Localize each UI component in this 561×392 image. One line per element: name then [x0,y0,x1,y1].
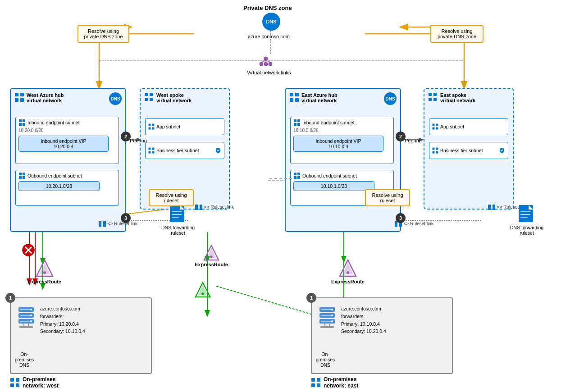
private-dns-zone-label: Private DNS zone [243,5,292,11]
west-outbound-ip: 10.20.1.0/28 [18,181,100,191]
svg-point-103 [201,292,204,295]
svg-rect-135 [311,378,315,382]
svg-rect-39 [152,148,155,150]
svg-rect-121 [10,383,14,387]
svg-rect-32 [145,98,148,101]
svg-rect-72 [99,224,101,227]
onprem-west-dns-label: On-premisesDNS [13,351,36,368]
svg-rect-64 [433,151,435,154]
east-expressroute: ExpressRoute [331,259,365,284]
svg-rect-34 [149,124,151,126]
east-inbound-vip: Inbound endpoint VIP10.10.0.4 [293,136,383,152]
svg-rect-63 [436,148,438,150]
onprem-west-server-icon [18,307,35,330]
svg-rect-65 [436,151,438,154]
east-spoke-app-label: App subnet [440,124,464,129]
svg-rect-40 [149,151,151,154]
east-spoke-app-subnet: App subnet [429,118,508,135]
svg-rect-20 [15,98,18,102]
east-hub-vnet-icon [289,92,299,103]
east-hub-dns-badge: DNS [384,92,397,105]
svg-rect-25 [23,123,25,126]
svg-rect-85 [395,224,397,227]
svg-point-12 [260,62,263,66]
vnet-links-label: Virtual network links [247,70,291,75]
east-resolve-ruleset: Resolve usingruleset [365,189,410,206]
west-spoke-biz-label: Business tier subnet [156,148,199,153]
svg-point-115 [30,320,32,322]
east-spoke-biz-subnet: Business tier subnet [429,142,508,159]
svg-rect-43 [295,93,299,96]
svg-point-125 [331,309,333,310]
east-hub-badge-3: 3 [396,213,406,223]
east-hub-badge-2: 2 [396,132,406,141]
svg-rect-46 [294,119,296,122]
east-outbound-ip: 10.10.1.0/28 [293,181,374,191]
resolve-private-right: Resolve usingprivate DNS zone [430,25,483,43]
svg-rect-38 [149,148,151,150]
svg-rect-33 [150,98,153,101]
svg-rect-27 [23,173,25,175]
onprem-west-box: 1 azure.contoso.comforwarders:Primary: 1… [10,297,152,374]
svg-rect-35 [152,124,155,126]
svg-rect-66 [195,205,198,207]
svg-rect-61 [436,128,438,130]
west-inbound-vip: Inbound endpoint VIP10.20.0.4 [18,136,109,152]
west-outbound-subnet-label: Oubound endpoint subnet [27,173,82,178]
east-inbound-subnet-label: Inbound endpoint subnet [302,120,355,125]
onprem-east-server-icon [319,307,336,330]
svg-point-11 [264,57,268,60]
onprem-east-title: On-premisesnetwork: east [311,376,358,389]
svg-rect-82 [493,207,495,210]
svg-rect-136 [317,378,320,382]
svg-line-17 [266,60,270,62]
onprem-east-box: 1 azure.contoso.comforwarders:Primary: 1… [311,297,453,374]
svg-rect-76 [172,211,182,212]
west-hub-badge-2: 2 [121,132,131,141]
svg-rect-60 [433,128,435,130]
svg-rect-56 [429,98,432,101]
svg-rect-58 [433,124,435,126]
east-hub-inbound-subnet: Inbound endpoint subnet 10.10.0.0/28 Inb… [290,117,394,164]
west-ruleset-link-hub: <> Ruleset link [98,221,137,227]
west-spoke-vnet-icon [144,92,153,102]
svg-rect-80 [493,205,495,207]
svg-point-13 [264,62,268,66]
svg-rect-69 [200,207,202,210]
svg-rect-18 [15,93,18,96]
svg-rect-89 [520,211,530,212]
east-outbound-subnet-label: Oubound endpoint subnet [302,173,357,178]
east-dns-forwarding: DNS forwardingruleset [510,205,543,236]
east-peering-label: Peering [405,138,422,143]
west-ruleset-link-spoke: <> Ruleset link [195,204,234,210]
svg-rect-45 [295,98,299,102]
svg-rect-120 [16,378,19,382]
svg-point-14 [269,62,272,66]
west-spoke-app-subnet: App subnet [145,118,224,135]
svg-rect-50 [294,173,296,175]
east-hub-vnet: East Azure hubvirtual network DNS 2 Inbo… [285,88,401,232]
svg-point-94 [43,271,46,274]
svg-point-112 [30,315,32,316]
east-dns-forwarding-label: DNS forwardingruleset [510,225,543,236]
svg-rect-31 [150,93,153,96]
svg-rect-41 [152,151,155,154]
svg-rect-73 [103,224,106,227]
resolve-private-left: Resolve usingprivate DNS zone [78,25,129,43]
west-hub-inbound-subnet: Inbound endpoint subnet 10.20.0.0/28 Inb… [15,117,119,164]
svg-rect-44 [290,98,293,102]
west-hub-badge-3: 3 [121,213,131,223]
east-inbound-ip: 10.10.0.0/28 [293,128,391,133]
west-resolve-ruleset: Resolve usingruleset [149,189,194,206]
west-inbound-subnet-label: Inbound endpoint subnet [27,120,80,125]
svg-rect-48 [294,123,296,126]
svg-rect-26 [19,173,22,175]
svg-rect-21 [20,98,24,102]
svg-rect-70 [99,221,101,224]
east-spoke-vnet: East spokevirtual network App subnet Bus… [424,88,514,210]
svg-rect-78 [172,217,179,218]
onprem-west-badge: 1 [5,293,15,303]
svg-rect-118 [19,326,33,328]
svg-rect-67 [200,205,202,207]
svg-rect-68 [195,207,198,210]
